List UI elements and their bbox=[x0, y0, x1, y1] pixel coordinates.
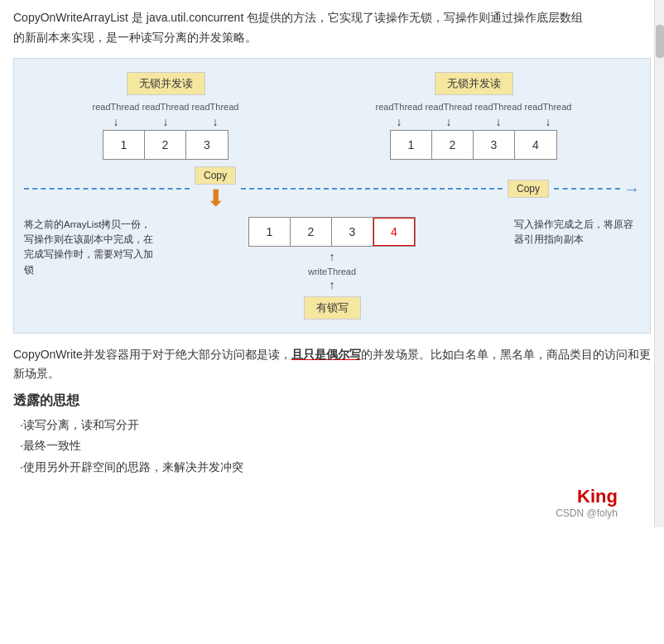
middle-arrow-row: Copy ⬇ Copy → bbox=[24, 166, 640, 212]
bullet-3: ·使用另外开辟空间的思路，来解决并发冲突 bbox=[20, 457, 651, 478]
copy-btn-right: Copy bbox=[508, 180, 549, 198]
left-arrow-3: ↓ bbox=[191, 115, 239, 128]
scrollbar-thumb[interactable] bbox=[656, 25, 664, 58]
left-thread-2: readThread bbox=[142, 102, 190, 112]
copy-btn-left: Copy bbox=[195, 166, 236, 185]
left-thread-3: readThread bbox=[191, 102, 239, 112]
write-arrow-up: ↑ bbox=[330, 250, 335, 263]
left-thread-row: readThread readThread readThread bbox=[92, 102, 239, 112]
left-copy-section: Copy ⬇ bbox=[190, 166, 241, 212]
intro-line1: CopyOnWriteArrayList 是 java.util.concurr… bbox=[13, 11, 583, 24]
right-thread-row: readThread readThread readThread readThr… bbox=[375, 102, 572, 112]
right-arrow-2: ↓ bbox=[425, 115, 473, 128]
king-signature: King bbox=[577, 486, 618, 507]
dashed-line-mid bbox=[241, 188, 503, 190]
bottom-left-text: 将之前的ArrayList拷贝一份，写操作则在该副本中完成，在完成写操作时，需要… bbox=[24, 217, 156, 278]
page-container: CopyOnWriteArrayList 是 java.util.concurr… bbox=[0, 0, 664, 527]
diagram-top: 无锁并发读 readThread readThread readThread ↓… bbox=[24, 72, 640, 160]
write-arrow-up2: ↑ bbox=[330, 278, 335, 291]
right-cell-2: 2 bbox=[432, 131, 474, 159]
intro-text: CopyOnWriteArrayList 是 java.util.concurr… bbox=[13, 8, 651, 48]
bottom-array: 1 2 3 4 bbox=[248, 217, 416, 247]
left-thread-1: readThread bbox=[92, 102, 140, 112]
right-copy-section: Copy bbox=[503, 180, 554, 198]
signature-area: King CSDN @folyh bbox=[13, 486, 651, 519]
bottom-cell-1: 1 bbox=[249, 218, 291, 246]
left-arrow-1: ↓ bbox=[92, 115, 140, 128]
intro-line2: 的新副本来实现，是一种读写分离的并发策略。 bbox=[13, 31, 257, 44]
below-text: CopyOnWrite并发容器用于对于绝大部分访问都是读，且只是偶尔写的并发场景… bbox=[13, 345, 651, 385]
left-array: 1 2 3 bbox=[103, 130, 229, 160]
bullet-2: ·最终一致性 bbox=[20, 435, 651, 456]
left-cell-2: 2 bbox=[145, 131, 186, 159]
write-thread-label: writeThread bbox=[308, 267, 356, 276]
left-cell-3: 3 bbox=[186, 131, 228, 159]
right-arrow-4: ↓ bbox=[524, 115, 572, 128]
dashed-line-left bbox=[24, 188, 190, 190]
right-column: 无锁并发读 readThread readThread readThread r… bbox=[375, 72, 572, 160]
diagram-bottom: 将之前的ArrayList拷贝一份，写操作则在该副本中完成，在完成写操作时，需要… bbox=[24, 217, 640, 320]
right-cell-1: 1 bbox=[391, 131, 432, 159]
big-right-arrow: → bbox=[623, 180, 640, 199]
dashed-line-right bbox=[554, 188, 620, 190]
right-cell-3: 3 bbox=[474, 131, 515, 159]
left-label: 无锁并发读 bbox=[127, 72, 205, 95]
right-thread-2: readThread bbox=[425, 102, 473, 112]
bottom-cell-4: 4 bbox=[373, 218, 415, 246]
bottom-cell-3: 3 bbox=[332, 218, 373, 246]
bottom-center: 1 2 3 4 ↑ writeThread ↑ 有锁写 bbox=[156, 217, 508, 320]
bullet-1: ·读写分离，读和写分开 bbox=[20, 415, 651, 435]
right-arrow-3: ↓ bbox=[474, 115, 522, 128]
left-arrow-2: ↓ bbox=[142, 115, 190, 128]
left-cell-1: 1 bbox=[103, 131, 145, 159]
diagram: 无锁并发读 readThread readThread readThread ↓… bbox=[13, 58, 651, 334]
below-emphasis: 且只是偶尔写 bbox=[291, 348, 361, 361]
right-thread-4: readThread bbox=[524, 102, 572, 112]
copy-arrow-left: ⬇ bbox=[206, 185, 225, 212]
right-arrow-1: ↓ bbox=[375, 115, 423, 128]
section-title: 透露的思想 bbox=[13, 392, 651, 410]
bottom-right-text: 写入操作完成之后，将原容器引用指向副本 bbox=[508, 217, 640, 248]
right-label: 无锁并发读 bbox=[435, 72, 513, 95]
below-text-1: CopyOnWrite并发容器用于对于绝大部分访问都是读， bbox=[13, 348, 291, 361]
right-cell-4: 4 bbox=[515, 131, 556, 159]
right-thread-1: readThread bbox=[375, 102, 423, 112]
csdn-label: CSDN @folyh bbox=[556, 507, 618, 519]
bottom-cell-2: 2 bbox=[291, 218, 332, 246]
scrollbar[interactable] bbox=[654, 0, 664, 527]
left-arrows: ↓ ↓ ↓ bbox=[92, 115, 239, 128]
left-column: 无锁并发读 readThread readThread readThread ↓… bbox=[92, 72, 239, 160]
right-arrows: ↓ ↓ ↓ ↓ bbox=[375, 115, 572, 128]
locked-write-btn: 有锁写 bbox=[304, 296, 361, 320]
right-thread-3: readThread bbox=[474, 102, 522, 112]
right-array: 1 2 3 4 bbox=[390, 130, 557, 160]
